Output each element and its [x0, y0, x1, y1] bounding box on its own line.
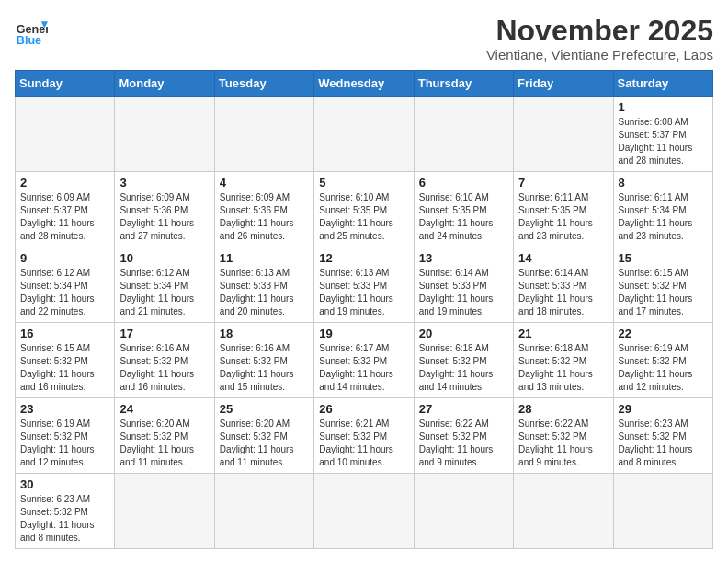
- calendar-cell: [16, 97, 115, 172]
- day-info: Sunrise: 6:18 AM Sunset: 5:32 PM Dayligh…: [419, 342, 508, 394]
- calendar-cell: 29Sunrise: 6:23 AM Sunset: 5:32 PM Dayli…: [613, 398, 712, 474]
- day-number: 8: [619, 176, 708, 190]
- day-number: 30: [20, 477, 109, 491]
- day-number: 13: [419, 251, 508, 265]
- week-row-5: 23Sunrise: 6:19 AM Sunset: 5:32 PM Dayli…: [16, 398, 713, 474]
- week-row-3: 9Sunrise: 6:12 AM Sunset: 5:34 PM Daylig…: [16, 247, 713, 323]
- day-number: 2: [20, 176, 109, 190]
- day-number: 11: [220, 251, 309, 265]
- calendar-cell: 3Sunrise: 6:09 AM Sunset: 5:36 PM Daylig…: [115, 172, 214, 247]
- day-info: Sunrise: 6:10 AM Sunset: 5:35 PM Dayligh…: [419, 191, 508, 243]
- day-number: 26: [319, 402, 408, 416]
- day-info: Sunrise: 6:22 AM Sunset: 5:32 PM Dayligh…: [419, 418, 508, 469]
- calendar-cell: 28Sunrise: 6:22 AM Sunset: 5:32 PM Dayli…: [514, 398, 613, 474]
- day-number: 12: [319, 251, 408, 265]
- month-title: November 2025: [486, 15, 713, 47]
- day-info: Sunrise: 6:10 AM Sunset: 5:35 PM Dayligh…: [319, 191, 408, 243]
- calendar-cell: [214, 97, 313, 172]
- calendar-cell: [514, 474, 613, 549]
- day-header-row: SundayMondayTuesdayWednesdayThursdayFrid…: [16, 71, 713, 97]
- calendar-cell: 20Sunrise: 6:18 AM Sunset: 5:32 PM Dayli…: [414, 323, 513, 398]
- calendar-cell: 6Sunrise: 6:10 AM Sunset: 5:35 PM Daylig…: [414, 172, 513, 247]
- calendar-cell: 22Sunrise: 6:19 AM Sunset: 5:32 PM Dayli…: [613, 323, 712, 398]
- column-header-tuesday: Tuesday: [214, 71, 313, 97]
- column-header-friday: Friday: [514, 71, 613, 97]
- calendar-cell: [115, 474, 214, 549]
- day-number: 5: [319, 176, 408, 190]
- calendar-cell: 7Sunrise: 6:11 AM Sunset: 5:35 PM Daylig…: [514, 172, 613, 247]
- calendar-cell: 15Sunrise: 6:15 AM Sunset: 5:32 PM Dayli…: [613, 247, 712, 323]
- calendar-cell: 26Sunrise: 6:21 AM Sunset: 5:32 PM Dayli…: [314, 398, 414, 474]
- day-number: 27: [419, 402, 508, 416]
- day-number: 22: [619, 327, 708, 340]
- calendar-cell: 30Sunrise: 6:23 AM Sunset: 5:32 PM Dayli…: [16, 474, 115, 549]
- calendar-cell: 19Sunrise: 6:17 AM Sunset: 5:32 PM Dayli…: [314, 323, 414, 398]
- day-number: 18: [220, 327, 309, 340]
- day-info: Sunrise: 6:08 AM Sunset: 5:37 PM Dayligh…: [619, 116, 708, 167]
- day-number: 7: [518, 176, 608, 190]
- day-info: Sunrise: 6:11 AM Sunset: 5:34 PM Dayligh…: [619, 191, 708, 243]
- day-info: Sunrise: 6:09 AM Sunset: 5:37 PM Dayligh…: [20, 191, 109, 243]
- day-info: Sunrise: 6:13 AM Sunset: 5:33 PM Dayligh…: [220, 267, 309, 318]
- calendar-cell: 24Sunrise: 6:20 AM Sunset: 5:32 PM Dayli…: [115, 398, 214, 474]
- column-header-sunday: Sunday: [16, 71, 115, 97]
- day-number: 3: [119, 176, 209, 190]
- day-info: Sunrise: 6:15 AM Sunset: 5:32 PM Dayligh…: [20, 342, 109, 394]
- calendar-cell: 4Sunrise: 6:09 AM Sunset: 5:36 PM Daylig…: [214, 172, 313, 247]
- logo: General Blue: [15, 15, 48, 48]
- calendar-cell: 5Sunrise: 6:10 AM Sunset: 5:35 PM Daylig…: [314, 172, 414, 247]
- day-info: Sunrise: 6:15 AM Sunset: 5:32 PM Dayligh…: [619, 267, 708, 318]
- day-info: Sunrise: 6:09 AM Sunset: 5:36 PM Dayligh…: [220, 191, 309, 243]
- calendar-cell: 1Sunrise: 6:08 AM Sunset: 5:37 PM Daylig…: [613, 97, 712, 172]
- calendar-cell: 14Sunrise: 6:14 AM Sunset: 5:33 PM Dayli…: [514, 247, 613, 323]
- calendar-cell: [414, 474, 513, 549]
- day-info: Sunrise: 6:16 AM Sunset: 5:32 PM Dayligh…: [119, 342, 209, 394]
- day-number: 10: [119, 251, 209, 265]
- day-info: Sunrise: 6:14 AM Sunset: 5:33 PM Dayligh…: [518, 267, 608, 318]
- calendar-cell: [314, 474, 414, 549]
- day-info: Sunrise: 6:12 AM Sunset: 5:34 PM Dayligh…: [119, 267, 209, 318]
- day-info: Sunrise: 6:12 AM Sunset: 5:34 PM Dayligh…: [20, 267, 109, 318]
- calendar-cell: [115, 97, 214, 172]
- subtitle: Vientiane, Vientiane Prefecture, Laos: [486, 47, 713, 63]
- day-number: 17: [119, 327, 209, 340]
- day-number: 6: [419, 176, 508, 190]
- day-number: 24: [119, 402, 209, 416]
- day-number: 9: [20, 251, 109, 265]
- day-info: Sunrise: 6:23 AM Sunset: 5:32 PM Dayligh…: [619, 418, 708, 469]
- column-header-thursday: Thursday: [414, 71, 513, 97]
- calendar-cell: 16Sunrise: 6:15 AM Sunset: 5:32 PM Dayli…: [16, 323, 115, 398]
- calendar-cell: 25Sunrise: 6:20 AM Sunset: 5:32 PM Dayli…: [214, 398, 313, 474]
- day-number: 23: [20, 402, 109, 416]
- day-info: Sunrise: 6:20 AM Sunset: 5:32 PM Dayligh…: [220, 418, 309, 469]
- day-number: 14: [518, 251, 608, 265]
- calendar-cell: 13Sunrise: 6:14 AM Sunset: 5:33 PM Dayli…: [414, 247, 513, 323]
- calendar-cell: 10Sunrise: 6:12 AM Sunset: 5:34 PM Dayli…: [115, 247, 214, 323]
- calendar-cell: 23Sunrise: 6:19 AM Sunset: 5:32 PM Dayli…: [16, 398, 115, 474]
- day-info: Sunrise: 6:23 AM Sunset: 5:32 PM Dayligh…: [20, 493, 109, 545]
- logo-icon: General Blue: [15, 15, 48, 48]
- column-header-monday: Monday: [115, 71, 214, 97]
- day-number: 25: [220, 402, 309, 416]
- day-info: Sunrise: 6:17 AM Sunset: 5:32 PM Dayligh…: [319, 342, 408, 394]
- calendar-cell: [613, 474, 712, 549]
- title-block: November 2025 Vientiane, Vientiane Prefe…: [486, 15, 713, 63]
- calendar-cell: 27Sunrise: 6:22 AM Sunset: 5:32 PM Dayli…: [414, 398, 513, 474]
- day-number: 21: [518, 327, 608, 340]
- day-number: 28: [518, 402, 608, 416]
- column-header-wednesday: Wednesday: [314, 71, 414, 97]
- calendar-cell: 11Sunrise: 6:13 AM Sunset: 5:33 PM Dayli…: [214, 247, 313, 323]
- day-number: 29: [619, 402, 708, 416]
- day-info: Sunrise: 6:09 AM Sunset: 5:36 PM Dayligh…: [119, 191, 209, 243]
- calendar-cell: 8Sunrise: 6:11 AM Sunset: 5:34 PM Daylig…: [613, 172, 712, 247]
- day-number: 1: [619, 100, 708, 114]
- week-row-4: 16Sunrise: 6:15 AM Sunset: 5:32 PM Dayli…: [16, 323, 713, 398]
- week-row-1: 1Sunrise: 6:08 AM Sunset: 5:37 PM Daylig…: [16, 97, 713, 172]
- week-row-2: 2Sunrise: 6:09 AM Sunset: 5:37 PM Daylig…: [16, 172, 713, 247]
- page-header: General Blue November 2025 Vientiane, Vi…: [15, 15, 713, 63]
- day-info: Sunrise: 6:20 AM Sunset: 5:32 PM Dayligh…: [119, 418, 209, 469]
- column-header-saturday: Saturday: [613, 71, 712, 97]
- day-info: Sunrise: 6:11 AM Sunset: 5:35 PM Dayligh…: [518, 191, 608, 243]
- calendar-cell: [514, 97, 613, 172]
- day-number: 15: [619, 251, 708, 265]
